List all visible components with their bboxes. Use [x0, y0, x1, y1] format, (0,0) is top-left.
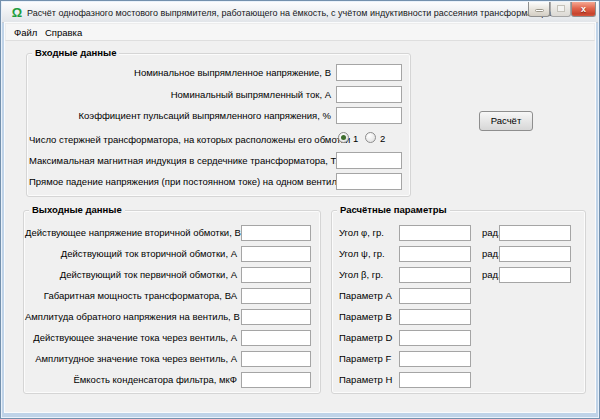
output-reverse-voltage[interactable] [241, 309, 311, 325]
param-angle-phi-deg[interactable] [399, 225, 471, 241]
label-rms-valve-current: Действующее значение тока через вентиль,… [25, 332, 237, 344]
params-group-title: Расчётные параметры [337, 204, 450, 216]
label-filter-capacitance: Ёмкость конденсатора фильтра, мкФ [25, 374, 237, 386]
label-rad-psi: рад. [482, 248, 501, 260]
input-ripple-factor[interactable] [336, 107, 402, 124]
maximize-button[interactable] [550, 2, 571, 17]
input-max-induction[interactable] [336, 152, 402, 169]
label-nominal-voltage: Номинальное выпрямленное напряжение, В [29, 67, 331, 79]
input-forward-drop[interactable] [336, 173, 402, 190]
menu-help[interactable]: Справка [45, 27, 82, 38]
output-group-title: Выходные данные [29, 204, 125, 216]
label-secondary-voltage: Действующее напряжение вторичной обмотки… [25, 227, 237, 239]
label-param-h: Параметр H [339, 374, 392, 386]
calc-button[interactable]: Расчёт [479, 111, 533, 131]
label-angle-psi: Угол ψ, гр. [339, 248, 385, 260]
input-nominal-voltage[interactable] [336, 64, 402, 81]
input-nominal-current[interactable] [336, 86, 402, 103]
app-window: Ω Расчёт однофазного мостового выпрямите… [0, 0, 600, 419]
label-rad-phi: рад. [482, 227, 501, 239]
label-transformer-power: Габаритная мощность трансформатора, ВА [25, 290, 237, 302]
output-primary-current[interactable] [241, 267, 311, 283]
param-d[interactable] [399, 330, 471, 346]
output-rms-valve-current[interactable] [241, 330, 311, 346]
output-peak-valve-current[interactable] [241, 351, 311, 367]
omega-app-icon: Ω [10, 5, 24, 20]
minimize-icon [535, 9, 544, 12]
label-nominal-current: Номинальный выпрямленный ток, А [29, 89, 331, 101]
input-group-title: Входные данные [32, 47, 119, 59]
output-transformer-power[interactable] [241, 288, 311, 304]
radio-rods-2[interactable] [365, 132, 376, 143]
label-param-d: Параметр D [339, 332, 392, 344]
param-angle-psi-rad[interactable] [499, 246, 571, 262]
label-angle-beta: Угол β, гр. [339, 269, 383, 281]
param-b[interactable] [399, 309, 471, 325]
label-forward-drop: Прямое падение напряжения (при постоянно… [29, 176, 331, 188]
label-reverse-voltage: Амплитуда обратного напряжения на вентил… [25, 311, 237, 323]
param-f[interactable] [399, 351, 471, 367]
label-peak-valve-current: Амплитудное значение тока через вентиль,… [25, 353, 237, 365]
param-h[interactable] [399, 372, 471, 388]
label-param-a: Параметр A [339, 290, 392, 302]
radio-rods-1[interactable] [338, 132, 349, 143]
output-secondary-voltage[interactable] [241, 225, 311, 241]
param-angle-phi-rad[interactable] [499, 225, 571, 241]
maximize-icon [557, 5, 565, 12]
param-angle-psi-deg[interactable] [399, 246, 471, 262]
close-button[interactable]: x [571, 2, 596, 17]
label-core-rods: Число стержней трансформатора, на которы… [29, 134, 331, 146]
label-angle-phi: Угол φ, гр. [339, 227, 384, 239]
label-ripple-factor: Коэффициент пульсаций выпрямленного напр… [29, 110, 331, 122]
output-secondary-current[interactable] [241, 246, 311, 262]
window-title: Расчёт однофазного мостового выпрямителя… [27, 8, 551, 18]
radio-rods-2-label[interactable]: 2 [380, 133, 385, 145]
label-param-b: Параметр B [339, 311, 392, 323]
label-rad-beta: рад. [482, 269, 501, 281]
label-secondary-current: Действующий ток вторичной обмотки, А [25, 248, 237, 260]
label-param-f: Параметр F [339, 353, 391, 365]
minimize-button[interactable] [528, 2, 550, 17]
param-angle-beta-rad[interactable] [499, 267, 571, 283]
param-angle-beta-deg[interactable] [399, 267, 471, 283]
output-filter-capacitance[interactable] [241, 372, 311, 388]
label-primary-current: Действующий ток первичной обмотки, А [25, 269, 237, 281]
radio-rods-1-label[interactable]: 1 [353, 133, 358, 145]
label-max-induction: Максимальная магнитная индукция в сердеч… [29, 155, 331, 167]
menu-file[interactable]: Файл [14, 27, 37, 38]
titlebar[interactable]: Ω Расчёт однофазного мостового выпрямите… [2, 2, 598, 23]
menu-bar [5, 23, 595, 41]
param-a[interactable] [399, 288, 471, 304]
